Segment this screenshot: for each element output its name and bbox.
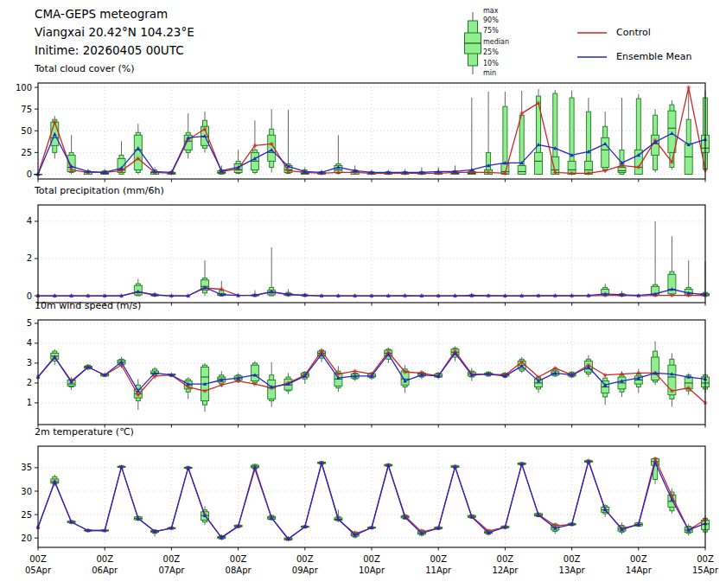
total-cloud-cover-panel: 0255075100: [16, 83, 710, 182]
legend-label-max: max: [483, 8, 498, 15]
svg-text:00Z: 00Z: [96, 554, 113, 564]
temperature-2m-ensemble-mean-line: [36, 459, 707, 540]
svg-text:75: 75: [21, 105, 32, 114]
svg-text:2: 2: [27, 253, 32, 263]
svg-text:00Z: 00Z: [163, 554, 181, 564]
meteogram-plot-svg: 0255075100024123452025303500Z05Apr00Z06A…: [0, 0, 726, 588]
svg-text:00Z: 00Z: [296, 554, 314, 564]
svg-text:07Apr: 07Apr: [158, 566, 185, 575]
svg-text:12Apr: 12Apr: [492, 566, 519, 575]
svg-text:00Z: 00Z: [564, 554, 581, 564]
svg-text:30: 30: [21, 487, 32, 496]
legend-label-25pct: 25%: [483, 49, 499, 56]
panel-title-cloud: Total cloud cover (%): [35, 63, 135, 74]
svg-text:14Apr: 14Apr: [626, 566, 653, 575]
svg-text:5: 5: [27, 318, 32, 328]
panel-title-wind: 10m wind speed (m/s): [35, 300, 141, 311]
svg-text:50: 50: [21, 126, 32, 136]
svg-text:00Z: 00Z: [630, 554, 647, 564]
svg-text:20: 20: [21, 534, 32, 543]
svg-text:4: 4: [27, 338, 32, 348]
svg-text:25: 25: [21, 148, 32, 157]
panel-title-temp: 2m temperature (℃): [35, 426, 134, 438]
legend-label-75pct: 75%: [483, 28, 499, 35]
svg-text:10Apr: 10Apr: [359, 566, 385, 575]
svg-text:05Apr: 05Apr: [25, 566, 52, 575]
svg-text:00Z: 00Z: [363, 554, 380, 564]
svg-text:35: 35: [21, 463, 32, 472]
svg-text:00Z: 00Z: [430, 554, 447, 564]
legend-label-min: min: [483, 70, 496, 77]
x-axis-labels: 00Z05Apr00Z06Apr00Z07Apr00Z08Apr00Z09Apr…: [25, 554, 719, 575]
legend-label-90pct: 90%: [483, 17, 499, 24]
svg-text:13Apr: 13Apr: [559, 566, 586, 575]
wind-speed-10m-boxplots: [51, 342, 710, 412]
svg-text:0: 0: [27, 291, 32, 301]
svg-text:09Apr: 09Apr: [292, 566, 319, 575]
svg-text:11Apr: 11Apr: [425, 566, 452, 575]
svg-text:3: 3: [27, 358, 32, 368]
legend-boxplot-glyph: [465, 12, 481, 74]
svg-text:100: 100: [16, 83, 32, 93]
legend-label-control: Control: [616, 27, 651, 38]
svg-text:00Z: 00Z: [29, 554, 47, 564]
meteogram-figure: 0255075100024123452025303500Z05Apr00Z06A…: [0, 0, 726, 588]
temperature-2m-boxplots: [51, 457, 710, 541]
svg-text:08Apr: 08Apr: [226, 566, 252, 575]
svg-text:06Apr: 06Apr: [92, 566, 118, 575]
wind-speed-10m-panel: 12345: [27, 318, 710, 427]
svg-text:4: 4: [27, 216, 32, 226]
panel-title-precip: Total precipitation (mm/6h): [35, 185, 164, 196]
chart-title: CMA-GEPS meteogram: [35, 7, 168, 21]
svg-text:0: 0: [27, 169, 32, 179]
svg-text:2: 2: [27, 378, 32, 387]
total-precipitation-panel: 024: [27, 205, 710, 306]
temperature-2m-panel: 20253035: [21, 446, 709, 551]
chart-location: Viangxai 20.42°N 104.23°E: [35, 25, 194, 39]
svg-text:00Z: 00Z: [230, 554, 247, 564]
chart-inittime: Initime: 20260405 00UTC: [35, 43, 184, 57]
svg-text:00Z: 00Z: [697, 554, 714, 564]
svg-text:25: 25: [21, 510, 32, 520]
svg-text:00Z: 00Z: [497, 554, 514, 564]
svg-text:15Apr: 15Apr: [692, 566, 719, 575]
legend-label-median: median: [483, 39, 509, 46]
svg-text:1: 1: [27, 398, 32, 407]
legend-label-10pct: 10%: [483, 61, 499, 67]
legend-label-ensemble-mean: Ensemble Mean: [616, 51, 691, 62]
